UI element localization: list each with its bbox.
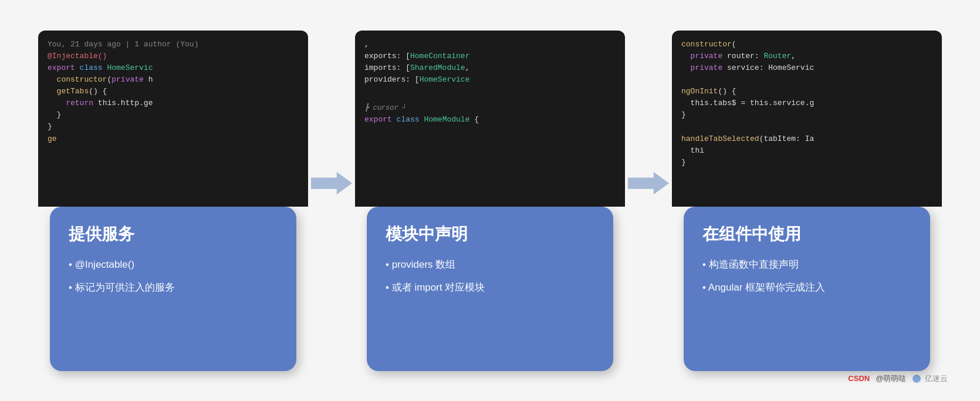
arrow-icon-1 [311,169,352,198]
bullet-1-2: • 标记为可供注入的服务 [69,280,278,295]
author-label: @萌萌哒 [876,373,906,384]
arrow-icon-2 [628,169,669,198]
panel-3: constructor( private router: Router, pri… [672,31,942,371]
card-title-2: 模块中声明 [386,223,594,245]
code-block-2: , exports: [HomeContainer imports: [Shar… [355,31,625,207]
bullet-2-2: • 或者 import 对应模块 [386,280,594,295]
main-container: You, 21 days ago | 1 author (You) @Injec… [15,13,965,389]
code-block-1: You, 21 days ago | 1 author (You) @Injec… [38,31,308,207]
arrow-1 [308,169,355,198]
svg-marker-1 [628,171,669,194]
platform-label: 亿迷云 [912,373,948,384]
panel-2: , exports: [HomeContainer imports: [Shar… [355,31,625,371]
bullet-2-1: • providers 数组 [386,257,594,272]
info-card-1: 提供服务 • @Injectable() • 标记为可供注入的服务 [50,207,296,371]
info-card-3: 在组件中使用 • 构造函数中直接声明 • Angular 框架帮你完成注入 [684,207,930,371]
csdn-logo: CSDN [848,374,870,383]
card-title-1: 提供服务 [69,223,278,245]
card-title-3: 在组件中使用 [702,223,911,245]
arrow-2 [625,169,672,198]
code-block-3: constructor( private router: Router, pri… [672,31,942,207]
svg-marker-0 [311,171,352,194]
info-card-2: 模块中声明 • providers 数组 • 或者 import 对应模块 [367,207,613,371]
svg-point-2 [913,375,921,383]
panel-1: You, 21 days ago | 1 author (You) @Injec… [38,31,308,371]
bullet-3-2: • Angular 框架帮你完成注入 [702,280,911,295]
bullet-1-1: • @Injectable() [69,257,278,272]
bullet-3-1: • 构造函数中直接声明 [702,257,911,272]
footer: CSDN @萌萌哒 亿迷云 [848,373,948,384]
